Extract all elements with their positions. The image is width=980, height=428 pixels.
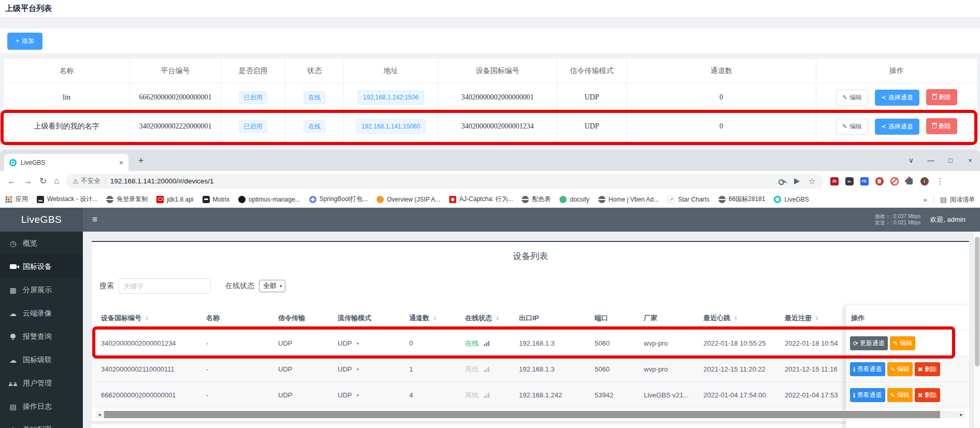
delete-button[interactable]: 删除 xyxy=(926,118,957,134)
sort-icon[interactable]: ▲▼ xyxy=(815,316,819,321)
file-icon: ▤ xyxy=(8,403,18,411)
password-key-icon[interactable] xyxy=(779,179,786,183)
window-chevron-icon[interactable]: ∨ xyxy=(901,150,921,171)
forward-icon[interactable]: → xyxy=(23,176,32,187)
address-link[interactable]: 192.168.1.141:15060 xyxy=(356,119,426,134)
js-extension-icon[interactable]: JS xyxy=(830,177,839,186)
close-button[interactable]: × xyxy=(960,150,980,171)
profile-avatar[interactable]: I xyxy=(920,177,929,186)
no-ads-extension-icon[interactable] xyxy=(890,177,899,186)
edit-button[interactable]: ✎编辑 xyxy=(890,336,915,350)
edit-button[interactable]: ✎编辑 xyxy=(836,119,868,135)
sidebar-item-overview[interactable]: ◷概览 xyxy=(0,232,83,255)
horizontal-scrollbar[interactable]: ◄ ► xyxy=(96,411,965,418)
sidebar-item-settings[interactable]: ⚙基础配置 xyxy=(0,418,83,428)
minimize-button[interactable]: — xyxy=(921,150,941,171)
stream-mode-dropdown[interactable]: UDP▾ xyxy=(338,365,409,373)
bookmark-docsify[interactable]: docsify xyxy=(559,196,589,203)
bar-chart-icon[interactable] xyxy=(484,393,489,398)
operations-row: ⟳更新通道 ✎编辑 xyxy=(846,331,969,356)
sidebar-item-gb-devices[interactable]: 国标设备 xyxy=(0,255,83,278)
bar-chart-icon[interactable] xyxy=(484,367,489,372)
select-channel-button[interactable]: ≺选择通道 xyxy=(875,90,919,106)
extensions-puzzle-icon[interactable] xyxy=(906,178,913,184)
edit-button[interactable]: ✎编辑 xyxy=(887,362,913,376)
cell-device-id: 66620000002000000001 xyxy=(92,391,206,399)
search-input[interactable] xyxy=(119,278,211,294)
url-text[interactable]: 192.168.1.141:20000/#/devices/1 xyxy=(110,177,779,185)
bookmark-webstack[interactable]: Webstack - 设计... xyxy=(37,195,97,204)
col-device-id[interactable]: 设备国标编号▲▼ xyxy=(92,313,206,323)
delete-button[interactable]: ✖删除 xyxy=(915,362,940,376)
stream-mode-dropdown[interactable]: UDP▾ xyxy=(338,391,409,399)
sidebar-item-users[interactable]: 用户管理 xyxy=(0,372,83,395)
col-heartbeat[interactable]: 最近心跳▲▼ xyxy=(703,313,785,323)
bookmark-jsip[interactable]: Overview (JSIP A... xyxy=(377,196,440,203)
fe-extension-icon[interactable]: FE xyxy=(860,177,869,186)
sort-icon[interactable]: ▲▼ xyxy=(145,316,149,321)
stream-mode-dropdown[interactable]: UDP▾ xyxy=(338,339,409,347)
home-icon[interactable]: ⌂ xyxy=(54,176,59,187)
sort-icon[interactable]: ▲▼ xyxy=(496,316,499,321)
reading-list-button[interactable]: ▤ 阅读清单 xyxy=(940,195,975,204)
scroll-left-icon[interactable]: ◄ xyxy=(96,412,103,417)
sidebar-item-split-screen[interactable]: ▦分屏展示 xyxy=(0,278,83,302)
online-status-select[interactable]: 全部 ▾ xyxy=(259,280,285,292)
welcome-user[interactable]: 欢迎, admin xyxy=(930,215,965,224)
bookmark-jdk-api[interactable]: jdk1.8 api xyxy=(156,196,193,203)
col-registered[interactable]: 最近注册▲▼ xyxy=(785,313,846,323)
reload-icon[interactable]: ↻ xyxy=(39,176,47,187)
new-tab-button[interactable]: + xyxy=(134,154,148,168)
delete-button[interactable]: ✖删除 xyxy=(915,388,940,402)
browser-tab[interactable]: LiveGBS × xyxy=(4,154,128,171)
sidebar-item-logs[interactable]: ▤操作日志 xyxy=(0,395,83,418)
sidebar-item-alarms[interactable]: 报警查询 xyxy=(0,325,83,348)
select-channel-button[interactable]: ≺选择通道 xyxy=(875,119,919,135)
sidebar-item-cascade[interactable]: ☁↑国标级联 xyxy=(0,348,83,372)
sort-icon[interactable]: ▲▼ xyxy=(433,316,437,321)
vertical-scrollbar[interactable] xyxy=(973,232,980,428)
bookmark-gb28181[interactable]: 66国标28181 xyxy=(718,195,766,204)
bookmark-colors[interactable]: 配色表 xyxy=(522,195,551,204)
sort-icon[interactable]: ▲▼ xyxy=(734,316,738,321)
cell-sig: UDP xyxy=(278,365,338,373)
col-online[interactable]: 在线状态▲▼ xyxy=(465,313,519,323)
trash-icon xyxy=(932,95,936,99)
proxy-extension-icon[interactable]: ∞ xyxy=(845,177,854,186)
address-bar[interactable]: ⚠ 不安全 192.168.1.141:20000/#/devices/1 ☆ xyxy=(66,174,823,189)
bookmark-motrix[interactable]: Motrix xyxy=(203,196,230,203)
bookmark-star-charts[interactable]: ↗Star Charts xyxy=(668,196,710,203)
bookmark-livegbs[interactable]: LiveGBS xyxy=(774,196,809,203)
tab-close-icon[interactable]: × xyxy=(119,159,123,167)
maximize-button[interactable]: □ xyxy=(941,150,960,171)
sidebar-toggle-icon[interactable]: ≡ xyxy=(92,215,97,225)
bar-chart-icon[interactable] xyxy=(484,341,489,346)
delete-button[interactable]: 删除 xyxy=(926,89,957,105)
bookmark-copy[interactable]: 免登录复制 xyxy=(106,195,148,204)
bookmarks-overflow-icon[interactable]: » xyxy=(924,196,927,204)
back-icon[interactable]: ← xyxy=(7,176,16,187)
blocker-extension-icon[interactable] xyxy=(875,177,884,186)
sidebar-item-cloud-record[interactable]: ☁云端录像 xyxy=(0,302,83,325)
scrollbar-thumb[interactable] xyxy=(975,237,979,366)
update-channels-button[interactable]: ⟳更新通道 xyxy=(850,336,888,350)
address-link[interactable]: 192.168.1.242:1506 xyxy=(357,90,424,105)
bookmark-apps[interactable]: 应用 xyxy=(5,195,28,204)
send-icon[interactable] xyxy=(794,178,800,184)
col-platform-id: 平台编号 xyxy=(130,59,221,83)
view-channels-button[interactable]: ℹ查看通道 xyxy=(850,388,885,402)
browser-menu-icon[interactable]: ⋮ xyxy=(936,177,944,186)
bookmark-vben[interactable]: Home | Vben Ad... xyxy=(598,196,659,203)
app-logo[interactable]: LiveGBS xyxy=(0,208,83,232)
add-button[interactable]: + 添加 xyxy=(7,33,42,50)
view-channels-button[interactable]: ℹ查看通道 xyxy=(850,362,885,376)
bookmark-springboot[interactable]: SpringBoot打包... xyxy=(309,195,368,204)
bookmark-optimus[interactable]: optimus-manage... xyxy=(238,196,300,203)
scroll-right-icon[interactable]: ► xyxy=(958,412,965,417)
bookmark-aj-captcha[interactable]: AJ-Captcha: 行为... xyxy=(449,195,513,204)
edit-button[interactable]: ✎编辑 xyxy=(836,90,868,106)
col-channels[interactable]: 通道数▲▼ xyxy=(409,313,465,323)
bookmark-star-icon[interactable]: ☆ xyxy=(808,176,815,186)
scrollbar-thumb[interactable] xyxy=(104,411,940,418)
edit-button[interactable]: ✎编辑 xyxy=(887,388,913,402)
